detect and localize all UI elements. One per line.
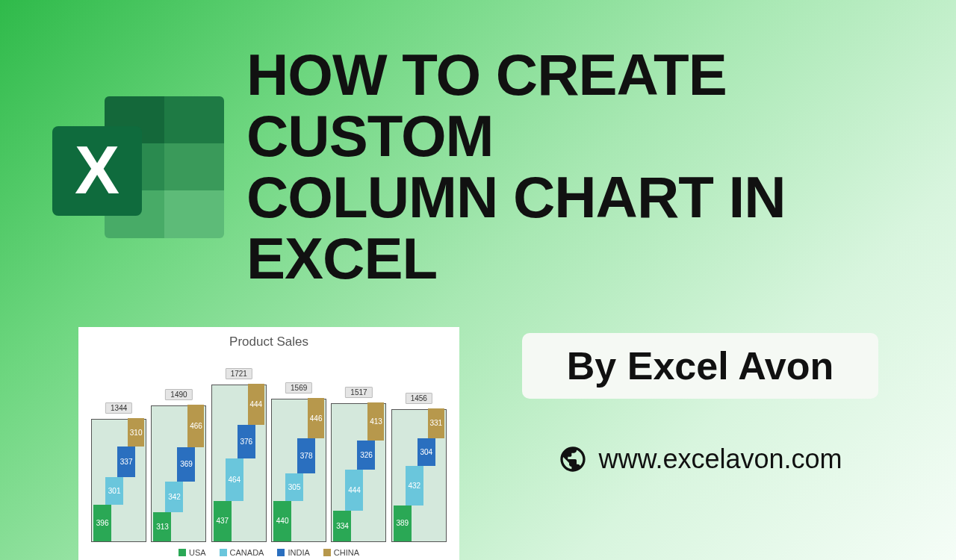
page-title: HOW TO CREATE CUSTOM COLUMN CHART IN EXC… (246, 45, 926, 290)
segment-canada: 432 (406, 466, 423, 505)
segment-canada: 464 (226, 458, 243, 501)
title-line-2: COLUMN CHART IN EXCEL (246, 167, 926, 290)
segment-india: 326 (357, 441, 375, 470)
segment-india: 378 (297, 438, 315, 473)
segment-usa: 437 (214, 501, 232, 541)
segment-usa: 396 (93, 505, 111, 541)
segment-china: 413 (367, 402, 384, 440)
legend-swatch (179, 549, 186, 556)
column-outline: 313342369466 (151, 405, 206, 541)
segment-usa: 313 (153, 512, 171, 541)
chart-title: Product Sales (86, 332, 452, 355)
chart-legend: USACANADAINDIACHINA (86, 542, 452, 557)
chart-column: 1569440305378446 (271, 399, 326, 542)
byline-badge: By Excel Avon (522, 333, 878, 399)
excel-x-icon: X (52, 126, 142, 216)
column-outline: 396301337310 (91, 419, 146, 541)
segment-india: 337 (117, 447, 135, 477)
excel-logo: X (52, 89, 224, 246)
segment-china: 444 (248, 384, 264, 424)
total-label: 1456 (406, 393, 432, 404)
column-outline: 334444326413 (331, 403, 386, 541)
total-label: 1344 (105, 402, 132, 414)
legend-item: CANADA (220, 548, 264, 557)
column-outline: 437464376444 (211, 385, 267, 541)
segment-usa: 440 (273, 501, 291, 541)
legend-item: INDIA (277, 548, 309, 557)
legend-label: CANADA (230, 548, 264, 557)
segment-china: 466 (187, 405, 204, 447)
legend-swatch (220, 549, 227, 556)
chart-column: 1721437464376444 (211, 385, 267, 541)
segment-india: 376 (238, 425, 255, 459)
segment-canada: 301 (105, 477, 123, 505)
segment-usa: 389 (394, 505, 412, 541)
legend-label: CHINA (334, 548, 359, 557)
legend-item: USA (179, 548, 206, 557)
segment-india: 369 (177, 447, 195, 481)
url-text: www.excelavon.com (598, 444, 842, 475)
segment-china: 310 (128, 418, 144, 447)
title-line-1: HOW TO CREATE CUSTOM (246, 45, 926, 167)
segment-canada: 305 (285, 473, 303, 501)
total-label: 1569 (285, 382, 312, 393)
chart-column: 1456389432304331 (391, 409, 447, 542)
legend-item: CHINA (323, 548, 359, 557)
column-outline: 440305378446 (271, 399, 326, 542)
chart-column: 1344396301337310 (91, 419, 146, 541)
website-url: www.excelavon.com (558, 444, 842, 475)
chart-column: 1490313342369466 (151, 405, 206, 541)
column-outline: 389432304331 (391, 409, 447, 542)
chart-panel: Product Sales 13443963013373101490313342… (78, 327, 459, 560)
legend-swatch (323, 549, 331, 556)
legend-swatch (277, 549, 285, 556)
segment-canada: 342 (165, 482, 183, 513)
legend-label: INDIA (288, 548, 309, 557)
chart-column: 1517334444326413 (331, 403, 386, 541)
legend-label: USA (189, 548, 206, 557)
segment-china: 331 (428, 408, 444, 438)
chart-area: 1344396301337310149031334236946617214374… (86, 355, 452, 542)
globe-icon (558, 444, 588, 474)
total-label: 1490 (165, 389, 192, 400)
total-label: 1517 (345, 387, 372, 398)
total-label: 1721 (226, 368, 252, 379)
segment-usa: 334 (333, 511, 351, 541)
segment-canada: 444 (345, 470, 363, 510)
segment-india: 304 (418, 438, 435, 466)
segment-china: 446 (308, 398, 324, 439)
